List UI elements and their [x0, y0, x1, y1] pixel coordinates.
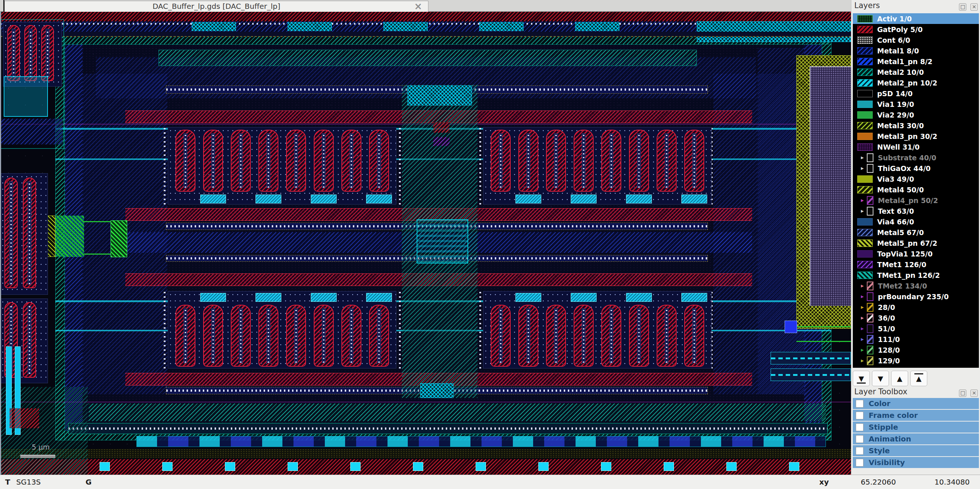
layer-swatch-icon[interactable] [857, 175, 873, 183]
layer-swatch-icon[interactable] [857, 229, 873, 236]
layer-swatch-icon[interactable] [857, 90, 873, 97]
layer-item-128-0[interactable]: ▶128/0 [853, 345, 979, 355]
layer-item-Metal3_pn-30-2[interactable]: Metal3_pn 30/2 [853, 131, 979, 141]
layer-item-Via4-66-0[interactable]: Via4 66/0 [853, 216, 979, 227]
expand-arrow-icon[interactable]: ▶ [861, 348, 867, 352]
float-icon[interactable]: □ [959, 3, 966, 11]
layer-item-Metal1_pn-8-2[interactable]: Metal1_pn 8/2 [853, 56, 979, 67]
close-icon[interactable]: × [970, 3, 978, 11]
layer-swatch-icon[interactable] [857, 37, 873, 44]
tab-close-icon[interactable]: × [414, 1, 422, 12]
layer-swatch-icon[interactable] [867, 164, 873, 173]
layer-swatch-icon[interactable] [867, 292, 873, 301]
move-up-button[interactable]: ▲ [891, 371, 908, 386]
layer-item-Substrate-40-0[interactable]: ▶Substrate 40/0 [853, 152, 979, 163]
layer-item-NWell-31-0[interactable]: NWell 31/0 [853, 141, 979, 152]
expand-arrow-icon[interactable]: ▶ [861, 284, 867, 288]
transistor-array-top-left[interactable] [168, 127, 396, 205]
layer-item-Text-63-0[interactable]: ▶Text 63/0 [853, 206, 979, 216]
close-icon[interactable]: × [970, 389, 978, 397]
move-to-bottom-button[interactable]: ▼ [853, 371, 870, 386]
expand-arrow-icon[interactable]: ▶ [861, 337, 867, 341]
layer-item-Metal5_pn-67-2[interactable]: Metal5_pn 67/2 [853, 238, 979, 248]
layer-item-TMet2-134-0[interactable]: ▶TMet2 134/0 [853, 280, 979, 291]
checkbox[interactable] [856, 423, 864, 431]
float-icon[interactable]: □ [959, 389, 966, 397]
layout-canvas[interactable]: 5 µm [0, 12, 851, 475]
layer-item-111-0[interactable]: ▶111/0 [853, 334, 979, 345]
transistor-array-bottom-left[interactable] [168, 291, 396, 368]
transistor-array-bottom-right[interactable] [483, 291, 711, 368]
layer-swatch-icon[interactable] [867, 335, 873, 344]
layer-swatch-icon[interactable] [857, 218, 873, 225]
layer-swatch-icon[interactable] [867, 356, 873, 365]
layer-item-pSD-14-0[interactable]: pSD 14/0 [853, 88, 979, 99]
layer-item-36-0[interactable]: ▶36/0 [853, 313, 979, 323]
expand-arrow-icon[interactable]: ▶ [861, 166, 867, 170]
toolbox-row-animation[interactable]: Animation [853, 433, 979, 445]
expand-arrow-icon[interactable]: ▶ [861, 294, 867, 298]
layer-swatch-icon[interactable] [857, 47, 873, 54]
checkbox[interactable] [856, 411, 864, 419]
layer-item-28-0[interactable]: ▶28/0 [853, 302, 979, 313]
layer-item-Activ-1-0[interactable]: Activ 1/0 [853, 13, 979, 24]
layer-item-ThiGaOx-44-0[interactable]: ▶ThiGaOx 44/0 [853, 163, 979, 173]
layer-item-Metal4-50-0[interactable]: Metal4 50/0 [853, 184, 979, 195]
layer-item-prBoundary-235-0[interactable]: ▶prBoundary 235/0 [853, 291, 979, 302]
checkbox[interactable] [856, 447, 864, 455]
checkbox[interactable] [856, 400, 864, 408]
expand-arrow-icon[interactable]: ▶ [861, 209, 867, 213]
layer-item-GatPoly-5-0[interactable]: GatPoly 5/0 [853, 24, 979, 35]
layer-item-Metal4_pn-50-2[interactable]: ▶Metal4_pn 50/2 [853, 195, 979, 206]
layer-item-129-0[interactable]: ▶129/0 [853, 355, 979, 366]
layer-swatch-icon[interactable] [857, 271, 873, 279]
layer-swatch-icon[interactable] [857, 250, 873, 257]
layer-swatch-icon[interactable] [867, 314, 873, 322]
transistor-array-top-right[interactable] [483, 127, 711, 205]
expand-arrow-icon[interactable]: ▶ [861, 198, 867, 202]
layer-swatch-icon[interactable] [857, 111, 873, 119]
toolbox-row-visibility[interactable]: Visibility [853, 457, 979, 468]
layer-swatch-icon[interactable] [857, 186, 873, 194]
layer-swatch-icon[interactable] [857, 261, 873, 268]
layer-item-Metal5-67-0[interactable]: Metal5 67/0 [853, 227, 979, 238]
layer-item-Metal1-8-0[interactable]: Metal1 8/0 [853, 45, 979, 56]
layer-swatch-icon[interactable] [857, 58, 873, 65]
layer-swatch-icon[interactable] [857, 79, 873, 87]
layer-swatch-icon[interactable] [867, 303, 873, 312]
checkbox[interactable] [856, 435, 864, 443]
layer-item-Via1-19-0[interactable]: Via1 19/0 [853, 99, 979, 110]
layer-swatch-icon[interactable] [867, 196, 873, 205]
toolbox-row-frame-color[interactable]: Frame color [853, 410, 979, 421]
layer-swatch-icon[interactable] [867, 324, 873, 333]
layer-swatch-icon[interactable] [857, 133, 873, 140]
expand-arrow-icon[interactable]: ▶ [861, 156, 867, 160]
layer-swatch-icon[interactable] [857, 15, 873, 22]
layer-swatch-icon[interactable] [857, 68, 873, 76]
layer-swatch-icon[interactable] [857, 240, 873, 247]
move-to-top-button[interactable]: ▲ [910, 371, 927, 386]
toolbox-row-style[interactable]: Style [853, 445, 979, 456]
layer-item-Metal3-30-0[interactable]: Metal3 30/0 [853, 120, 979, 131]
layer-swatch-icon[interactable] [867, 153, 873, 162]
expand-arrow-icon[interactable]: ▶ [861, 316, 867, 320]
layer-swatch-icon[interactable] [867, 346, 873, 354]
expand-arrow-icon[interactable]: ▶ [861, 305, 867, 309]
layer-item-Metal2-10-0[interactable]: Metal2 10/0 [853, 67, 979, 78]
layer-swatch-icon[interactable] [867, 281, 873, 291]
expand-arrow-icon[interactable]: ▶ [861, 327, 867, 330]
layer-swatch-icon[interactable] [867, 207, 873, 216]
expand-arrow-icon[interactable]: ▶ [861, 359, 867, 363]
layer-item-51-0[interactable]: ▶51/0 [853, 323, 979, 334]
layer-item-Via2-29-0[interactable]: Via2 29/0 [853, 110, 979, 120]
layer-item-Metal2_pn-10-2[interactable]: Metal2_pn 10/2 [853, 78, 979, 88]
layer-item-Via3-49-0[interactable]: Via3 49/0 [853, 173, 979, 184]
layer-swatch-icon[interactable] [857, 101, 873, 108]
toolbox-row-stipple[interactable]: Stipple [853, 422, 979, 433]
toolbox-row-color[interactable]: Color [853, 398, 979, 409]
layer-swatch-icon[interactable] [857, 143, 873, 151]
checkbox[interactable] [856, 459, 864, 467]
layer-item-TMet1-126-0[interactable]: TMet1 126/0 [853, 259, 979, 270]
layer-swatch-icon[interactable] [857, 26, 873, 33]
layout-tab[interactable]: DAC_Buffer_lp.gds [DAC_Buffer_lp] × [5, 1, 428, 12]
